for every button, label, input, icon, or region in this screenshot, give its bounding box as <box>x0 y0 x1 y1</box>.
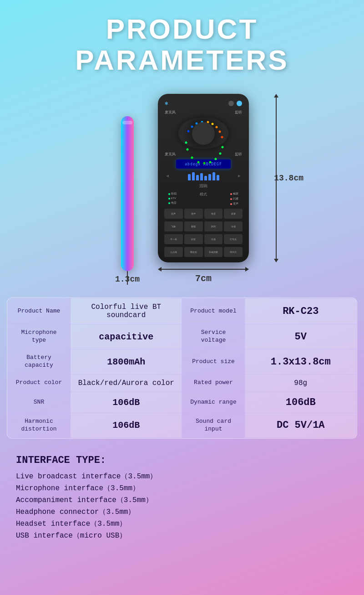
spec-value-4-2: 106dB <box>245 392 356 413</box>
btn-4: 鼓掌 <box>224 209 243 219</box>
spec-label-1-2: Service voltage <box>182 324 245 349</box>
btn-5: 飞吻 <box>164 221 183 231</box>
spec-value-1-2: 5V <box>245 324 356 349</box>
eq-section: ◀ ▶ <box>162 171 244 180</box>
label-mic-bottom: 麦克风 <box>165 152 176 157</box>
eq-bar-4 <box>200 173 203 180</box>
svg-point-5 <box>212 123 214 125</box>
btn-7: 胜利 <box>204 221 223 231</box>
interface-item-1: Microphone interface（3.5mm） <box>16 483 348 493</box>
btn-16: 请关注 <box>224 247 243 257</box>
device-top-row: ⎈ <box>162 99 244 107</box>
spec-label-2-1: Battery capacity <box>8 349 71 374</box>
svg-point-1 <box>191 126 193 128</box>
device-main-view: 13.8cm ⎈ 麦克风 监听 <box>158 94 249 284</box>
svg-point-8 <box>221 136 223 138</box>
svg-point-13 <box>203 162 206 164</box>
eq-bar-5 <box>204 176 207 180</box>
btn-12: 打耳光 <box>224 234 243 244</box>
spec-value-0-1: Colorful live BT soundcard <box>71 298 182 324</box>
btn-3: 电音 <box>204 209 223 219</box>
eq-bars <box>171 171 236 180</box>
eq-bar-8 <box>217 175 219 180</box>
width-label: 7cm <box>195 273 212 284</box>
svg-point-11 <box>191 157 193 159</box>
spec-value-4-1: 106dB <box>71 392 182 413</box>
spec-label-4-1: SNR <box>8 392 71 413</box>
interface-item-0: Live broadcast interface（3.5mm） <box>16 472 348 481</box>
buttons-row2: 飞吻 都视 胜利 冷场 <box>162 221 244 231</box>
specs-table-section: Product NameColorful live BT soundcardPr… <box>7 298 357 438</box>
eq-bar-1 <box>188 174 191 180</box>
spec-value-3-2: 98g <box>245 374 356 392</box>
interface-item-3: Headphone connector（3.5mm） <box>16 507 348 517</box>
interface-section: INTERFACE TYPE: Live broadcast interface… <box>7 448 357 549</box>
mode-section: 歌唱 KTV 电音 模式 喊麦 闪避 变声 <box>162 192 244 206</box>
spec-value-2-2: 1.3x13.8cm <box>245 349 356 374</box>
btn-2: 变声 <box>184 209 203 219</box>
svg-point-9 <box>187 149 189 151</box>
mix-label: 混响 <box>199 183 207 189</box>
svg-point-17 <box>222 146 224 149</box>
width-arrow <box>158 267 249 272</box>
top-btn-right <box>237 101 242 106</box>
interface-title: INTERFACE TYPE: <box>16 455 348 466</box>
page-title: PRODUCT PARAMETERS <box>9 14 355 76</box>
spec-label-5-2: Sound card input <box>182 413 245 438</box>
spec-label-3-2: Rated power <box>182 374 245 392</box>
height-label: 13.8cm <box>274 174 303 183</box>
main-knob <box>178 118 228 149</box>
spec-value-5-2: DC 5V/1A <box>245 413 356 438</box>
spec-label-0-2: Product model <box>182 298 245 324</box>
device-side-view: 1.3cm <box>115 116 140 284</box>
interface-item-2: Accompaniment interface（3.5mm） <box>16 495 348 505</box>
spec-value-1-1: capacitive <box>71 324 182 349</box>
spec-label-0-1: Product Name <box>8 298 71 324</box>
svg-point-14 <box>209 161 212 164</box>
top-btn-left <box>228 101 234 106</box>
spec-value-0-2: RK-C23 <box>245 298 356 324</box>
specs-table: Product NameColorful live BT soundcardPr… <box>7 298 357 438</box>
spec-label-4-2: Dynamic range <box>182 392 245 413</box>
spec-value-2-1: 1800mAh <box>71 349 182 374</box>
btn-15: 非诚勿挠 <box>204 247 223 257</box>
buttons-row3: 不一样 好笑 出场 打耳光 <box>162 234 244 244</box>
mode-dots: 歌唱 KTV 电音 模式 喊麦 闪避 变声 <box>166 192 241 206</box>
device-front: ⎈ 麦克风 监听 <box>158 94 249 262</box>
svg-point-6 <box>216 126 218 128</box>
spec-label-1-1: Microphone type <box>8 324 71 349</box>
svg-point-7 <box>219 131 221 133</box>
svg-point-0 <box>187 130 190 133</box>
label-monitor-top: 监听 <box>235 110 242 115</box>
page-header: PRODUCT PARAMETERS <box>0 0 364 85</box>
spec-value-3-1: Black/red/Aurora color <box>71 374 182 392</box>
labels-top-row: 麦克风 监听 <box>162 110 244 115</box>
btn-14: 顺拉拉 <box>184 247 203 257</box>
btn-6: 都视 <box>184 221 203 231</box>
product-image-section: 1.3cm 13.8cm ⎈ 麦克风 监听 <box>0 85 364 288</box>
eq-bar-3 <box>196 175 199 180</box>
spec-label-5-1: Harmonic distortion <box>8 413 71 438</box>
buttons-row4: 么么哒 顺拉拉 非诚勿挠 请关注 <box>162 247 244 257</box>
spec-value-5-1: 106dB <box>71 413 182 438</box>
eq-bar-6 <box>208 174 211 180</box>
label-mic-top: 麦克风 <box>165 110 176 115</box>
mode-col-left: 歌唱 KTV 电音 <box>168 192 177 206</box>
btn-1: 笑声 <box>164 209 183 219</box>
mode-label: 模式 <box>200 192 207 206</box>
spec-label-2-2: Product size <box>182 349 245 374</box>
spec-label-3-1: Product color <box>8 374 71 392</box>
interface-item-4: Headset interface（3.5mm） <box>16 519 348 528</box>
eq-bar-2 <box>192 172 195 180</box>
svg-point-16 <box>219 153 222 155</box>
eq-bar-7 <box>212 172 215 180</box>
interface-list: Live broadcast interface（3.5mm）Microphon… <box>16 472 348 540</box>
btn-10: 好笑 <box>184 234 203 244</box>
bluetooth-icon: ⎈ <box>165 99 168 107</box>
svg-point-15 <box>215 158 217 160</box>
btn-13: 么么哒 <box>164 247 183 257</box>
knob-center <box>192 122 215 145</box>
interface-item-5: USB interface（micro USB） <box>16 531 348 540</box>
mode-col-right: 喊麦 闪避 变声 <box>230 192 238 206</box>
svg-point-10 <box>185 142 187 144</box>
